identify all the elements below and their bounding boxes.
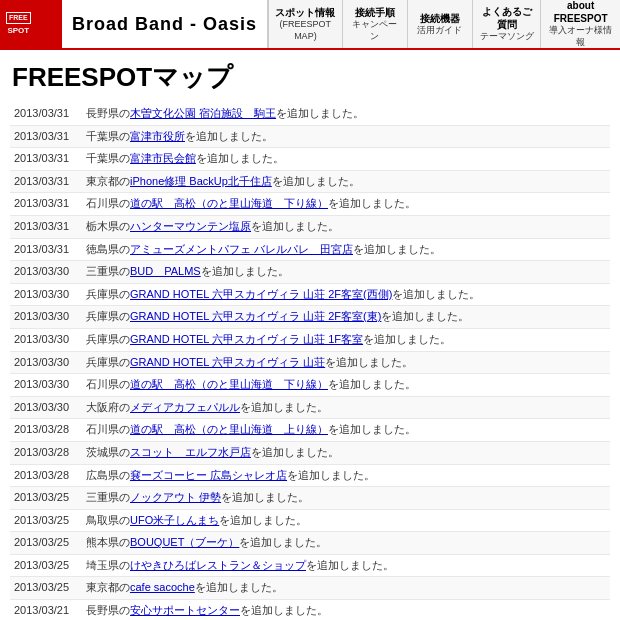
entry-link[interactable]: ノックアウト 伊勢 <box>130 491 221 503</box>
entry-content: 三重県のノックアウト 伊勢を追加しました。 <box>86 489 309 507</box>
entry-date: 2013/03/30 <box>14 354 86 372</box>
entry-suffix: を追加しました。 <box>219 514 307 526</box>
entry-date: 2013/03/28 <box>14 467 86 485</box>
brand-name: Broad Band - Oasis <box>72 14 257 35</box>
list-item: 2013/03/30三重県のBUD PALMSを追加しました。 <box>10 261 610 284</box>
entry-link[interactable]: ハンターマウンテン塩原 <box>130 220 251 232</box>
entry-content: 石川県の道の駅 高松（のと里山海道 下り線）を追加しました。 <box>86 195 416 213</box>
entry-date: 2013/03/31 <box>14 173 86 191</box>
nav-top-4: about FREESPOT <box>547 0 614 25</box>
list-item: 2013/03/25熊本県のBOUQUET（ブーケ）を追加しました。 <box>10 532 610 555</box>
entry-link[interactable]: 富津市役所 <box>130 130 185 142</box>
entry-link[interactable]: 安心サポートセンター <box>130 604 240 616</box>
nav-bottom-0: (FREESPOT MAP) <box>275 19 336 42</box>
entry-link[interactable]: 木曽文化公園 宿泊施設 駒王 <box>130 107 276 119</box>
entry-link[interactable]: UFO米子しんまち <box>130 514 219 526</box>
list-item: 2013/03/28茨城県のスコット エルフ水戸店を追加しました。 <box>10 442 610 465</box>
nav-top-3: よくあるご質問 <box>479 5 535 31</box>
entry-link[interactable]: 道の駅 高松（のと里山海道 下り線） <box>130 197 328 209</box>
nav-bottom-2: 活用ガイド <box>417 25 462 37</box>
entry-link[interactable]: GRAND HOTEL 六甲スカイヴィラ 山荘 1F客室 <box>130 333 363 345</box>
list-item: 2013/03/30兵庫県のGRAND HOTEL 六甲スカイヴィラ 山荘 2F… <box>10 284 610 307</box>
page-title: FREESPOTマップ <box>0 50 620 103</box>
entry-link[interactable]: メディアカフェパルル <box>130 401 240 413</box>
entry-suffix: を追加しました。 <box>328 197 416 209</box>
nav-top-1: 接続手順 <box>355 6 395 19</box>
entry-suffix: を追加しました。 <box>240 401 328 413</box>
entry-content: 鳥取県のUFO米子しんまちを追加しました。 <box>86 512 307 530</box>
entry-suffix: を追加しました。 <box>239 536 327 548</box>
entry-link[interactable]: GRAND HOTEL 六甲スカイヴィラ 山荘 2F客室(西側) <box>130 288 392 300</box>
list-item: 2013/03/31千葉県の富津市民会館を追加しました。 <box>10 148 610 171</box>
entry-content: 長野県の安心サポートセンターを追加しました。 <box>86 602 328 620</box>
logo-icon: FREE SPOT <box>6 12 31 36</box>
entry-suffix: を追加しました。 <box>276 107 364 119</box>
entry-date: 2013/03/25 <box>14 557 86 575</box>
entry-suffix: を追加しました。 <box>240 604 328 616</box>
entry-date: 2013/03/30 <box>14 376 86 394</box>
entry-link[interactable]: アミューズメントパフェ バレルパレ 田宮店 <box>130 243 353 255</box>
list-item: 2013/03/31栃木県のハンターマウンテン塩原を追加しました。 <box>10 216 610 239</box>
entry-link[interactable]: 道の駅 高松（のと里山海道 下り線） <box>130 378 328 390</box>
list-item: 2013/03/30大阪府のメディアカフェパルルを追加しました。 <box>10 397 610 420</box>
entry-content: 東京都のiPhone修理 BackUp北千住店を追加しました。 <box>86 173 360 191</box>
entry-content: 石川県の道の駅 高松（のと里山海道 下り線）を追加しました。 <box>86 376 416 394</box>
entry-content: 千葉県の富津市役所を追加しました。 <box>86 128 273 146</box>
nav-bottom-1: キャンペーン <box>349 19 401 42</box>
entry-date: 2013/03/30 <box>14 308 86 326</box>
entry-link[interactable]: スコット エルフ水戸店 <box>130 446 251 458</box>
list-item: 2013/03/25鳥取県のUFO米子しんまちを追加しました。 <box>10 510 610 533</box>
nav-bottom-3: テーマソング <box>480 31 534 43</box>
entry-content: 兵庫県のGRAND HOTEL 六甲スカイヴィラ 山荘 1F客室を追加しました。 <box>86 331 451 349</box>
list-item: 2013/03/31石川県の道の駅 高松（のと里山海道 下り線）を追加しました。 <box>10 193 610 216</box>
entry-suffix: を追加しました。 <box>195 581 283 593</box>
entry-date: 2013/03/28 <box>14 444 86 462</box>
nav-top-0: スポット情報 <box>275 6 335 19</box>
list-item: 2013/03/31東京都のiPhone修理 BackUp北千住店を追加しました… <box>10 171 610 194</box>
entry-link[interactable]: けやきひろばレストラン＆ショップ <box>130 559 306 571</box>
nav-item-0[interactable]: スポット情報(FREESPOT MAP) <box>268 0 342 48</box>
list-item: 2013/03/30石川県の道の駅 高松（のと里山海道 下り線）を追加しました。 <box>10 374 610 397</box>
nav-item-3[interactable]: よくあるご質問テーマソング <box>472 0 541 48</box>
nav-top-2: 接続機器 <box>420 12 460 25</box>
entry-date: 2013/03/30 <box>14 263 86 281</box>
entry-link[interactable]: BOUQUET（ブーケ） <box>130 536 239 548</box>
nav-item-4[interactable]: about FREESPOT導入オーナ様情報 <box>540 0 620 48</box>
entry-content: 石川県の道の駅 高松（のと里山海道 上り線）を追加しました。 <box>86 421 416 439</box>
entry-link[interactable]: GRAND HOTEL 六甲スカイヴィラ 山荘 2F客室(東) <box>130 310 381 322</box>
nav-item-1[interactable]: 接続手順キャンペーン <box>342 0 407 48</box>
entry-suffix: を追加しました。 <box>287 469 375 481</box>
entry-date: 2013/03/31 <box>14 241 86 259</box>
entry-date: 2013/03/25 <box>14 579 86 597</box>
entry-link[interactable]: 道の駅 高松（のと里山海道 上り線） <box>130 423 328 435</box>
entry-content: 埼玉県のけやきひろばレストラン＆ショップを追加しました。 <box>86 557 394 575</box>
entry-date: 2013/03/30 <box>14 331 86 349</box>
entry-content: 大阪府のメディアカフェパルルを追加しました。 <box>86 399 328 417</box>
entry-content: 兵庫県のGRAND HOTEL 六甲スカイヴィラ 山荘 2F客室(東)を追加しま… <box>86 308 469 326</box>
entry-date: 2013/03/31 <box>14 128 86 146</box>
nav-area: スポット情報(FREESPOT MAP)接続手順キャンペーン接続機器活用ガイドよ… <box>268 0 620 48</box>
nav-bottom-4: 導入オーナ様情報 <box>547 25 614 48</box>
entry-suffix: を追加しました。 <box>328 423 416 435</box>
entry-link[interactable]: BUD PALMS <box>130 265 201 277</box>
list-area: 2013/03/31長野県の木曽文化公園 宿泊施設 駒王を追加しました。2013… <box>0 103 620 620</box>
entry-link[interactable]: GRAND HOTEL 六甲スカイヴィラ 山荘 <box>130 356 325 368</box>
entry-link[interactable]: 富津市民会館 <box>130 152 196 164</box>
entry-suffix: を追加しました。 <box>251 220 339 232</box>
entry-content: 長野県の木曽文化公園 宿泊施設 駒王を追加しました。 <box>86 105 364 123</box>
entry-date: 2013/03/25 <box>14 489 86 507</box>
entry-date: 2013/03/21 <box>14 602 86 620</box>
list-item: 2013/03/28広島県の㐮ーズコーヒー 広島シャレオ店を追加しました。 <box>10 465 610 488</box>
entry-suffix: を追加しました。 <box>328 378 416 390</box>
list-item: 2013/03/31長野県の木曽文化公園 宿泊施設 駒王を追加しました。 <box>10 103 610 126</box>
entry-link[interactable]: 㐮ーズコーヒー 広島シャレオ店 <box>130 469 287 481</box>
header: FREE SPOT Broad Band - Oasis スポット情報(FREE… <box>0 0 620 50</box>
entry-link[interactable]: cafe sacoche <box>130 581 195 593</box>
entry-link[interactable]: iPhone修理 BackUp北千住店 <box>130 175 272 187</box>
entry-suffix: を追加しました。 <box>306 559 394 571</box>
nav-item-2[interactable]: 接続機器活用ガイド <box>407 0 472 48</box>
entry-suffix: を追加しました。 <box>221 491 309 503</box>
entry-date: 2013/03/31 <box>14 105 86 123</box>
entry-content: 栃木県のハンターマウンテン塩原を追加しました。 <box>86 218 339 236</box>
entry-suffix: を追加しました。 <box>392 288 480 300</box>
